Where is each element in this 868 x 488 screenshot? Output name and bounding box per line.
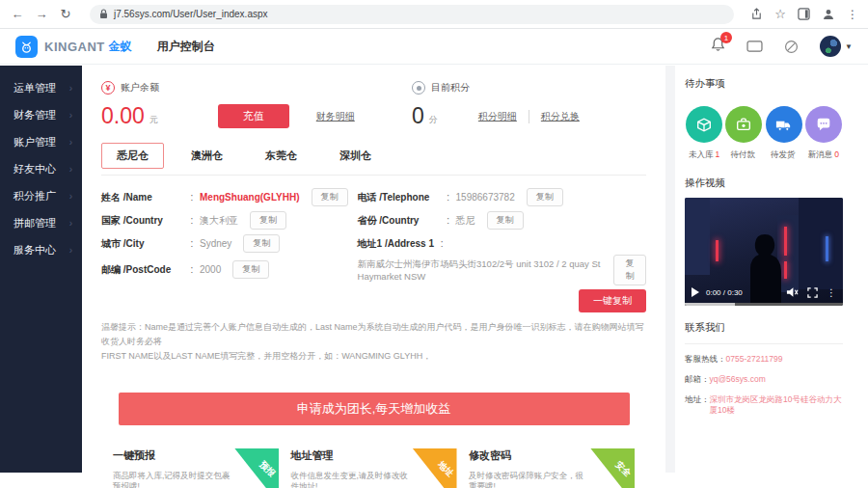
content-area: 运单管理› 财务管理› 账户管理› 好友中心› 积分推广› 拼邮管理› 服务中心… — [0, 66, 868, 473]
field-telephone: 电话 /Telephone : 15986673782 复制 — [358, 188, 646, 206]
bookmark-star-icon[interactable]: ☆ — [774, 7, 786, 21]
balance-label: 账户余额 — [121, 81, 159, 95]
truck-icon — [774, 116, 793, 134]
todo-pending-payment[interactable]: 待付款 — [724, 106, 763, 161]
feature-address: 地址管理 收件信息发生变更,请及时修改收件地址! 地址管理>> 地址 — [291, 448, 457, 488]
monitor-icon[interactable] — [746, 40, 763, 53]
contact-address: 地址：深圳市龙岗区龙岗路10号硅谷动力大厦10楼 — [685, 394, 843, 416]
field-address1: 地址1 /Address 1 : 新南威尔士州海伊市场码头街3102/2号 un… — [358, 234, 646, 285]
tab-sydney-warehouse[interactable]: 悉尼仓 — [101, 143, 164, 169]
sidebar-item-friends[interactable]: 好友中心› — [0, 156, 82, 182]
todo-count: 0 — [834, 149, 839, 159]
points-label: 目前积分 — [431, 81, 470, 95]
page-title: 用户控制台 — [157, 39, 215, 55]
chevron-right-icon: › — [69, 110, 72, 121]
tab-shenzhen-warehouse[interactable]: 深圳仓 — [324, 143, 387, 169]
forecast-ribbon: 预报 — [234, 448, 279, 488]
feature-password: 修改密码 及时修改密码保障账户安全，很重要哦! 修改密码>> 安全 — [469, 448, 635, 488]
avatar-image — [820, 36, 841, 57]
chevron-right-icon: › — [69, 137, 72, 148]
field-province: 省份 /Country : 悉尼 复制 — [358, 211, 646, 230]
notification-bell-icon[interactable]: 1 — [711, 37, 725, 56]
todo-title: 待办事项 — [685, 77, 843, 91]
warehouse-tabs: 悉尼仓 澳洲仓 东莞仓 深圳仓 — [101, 143, 646, 176]
telephone-value: 15986673782 — [456, 192, 515, 203]
user-avatar[interactable]: ▼ — [820, 36, 853, 57]
contact-email: 邮箱：yq@56sys.com — [685, 374, 843, 385]
sidebar-nav: 运单管理› 财务管理› 账户管理› 好友中心› 积分推广› 拼邮管理› 服务中心… — [0, 66, 82, 473]
finance-detail-link[interactable]: 财务明细 — [316, 110, 355, 123]
copy-button[interactable]: 复制 — [312, 188, 348, 206]
apply-leader-banner-button[interactable]: 申请成为团长,每天增加收益 — [119, 393, 630, 425]
points-exchange-link[interactable]: 积分兑换 — [529, 110, 580, 123]
brand-name-cn: 金蚁 — [109, 39, 132, 55]
balance-value: 0.00 — [101, 103, 145, 129]
points-value: 0 — [412, 103, 424, 129]
copy-button[interactable]: 复制 — [232, 260, 269, 279]
fullscreen-icon[interactable] — [807, 287, 818, 298]
forward-icon[interactable]: → — [34, 7, 49, 21]
field-city: 城市 /City : Sydney 复制 — [101, 234, 358, 253]
copy-button[interactable]: 复制 — [250, 211, 286, 230]
chevron-right-icon: › — [69, 191, 72, 202]
recharge-button[interactable]: 充值 — [218, 104, 289, 128]
url-text: j7.56sys.com/User/User_index.aspx — [114, 9, 268, 19]
points-icon — [412, 81, 425, 95]
share-icon[interactable] — [750, 8, 763, 20]
notification-badge: 1 — [720, 32, 732, 43]
address-bar[interactable]: j7.56sys.com/User/User_index.aspx — [90, 5, 734, 24]
tab-dongguan-warehouse[interactable]: 东莞仓 — [250, 143, 312, 169]
briefcase-icon — [735, 116, 752, 133]
sidebar-item-service[interactable]: 服务中心› — [0, 237, 82, 263]
video-scene — [685, 198, 710, 275]
chevron-right-icon: › — [69, 164, 72, 175]
video-progress-bar[interactable] — [685, 303, 843, 306]
points-detail-link[interactable]: 积分明细 — [478, 110, 517, 123]
tab-australia-warehouse[interactable]: 澳洲仓 — [176, 143, 238, 169]
reload-icon[interactable]: ↻ — [58, 7, 73, 21]
menu-dots-icon[interactable]: ⋮ — [847, 8, 858, 21]
feature-forecast: 一键预报 商品即将入库,记得及时提交包裹预报哦! 包裹预报>> 预报 — [113, 448, 279, 488]
postcode-value: 2000 — [200, 264, 221, 275]
todo-not-in-warehouse[interactable]: 未入库1 — [685, 106, 723, 161]
yen-icon: ¥ — [101, 81, 115, 95]
mute-icon[interactable] — [786, 286, 799, 298]
video-time: 0:00 / 0:30 — [706, 288, 743, 297]
right-panel: 待办事项 未入库1 待付款 待发货 — [675, 66, 853, 473]
sidebar-item-consolidation[interactable]: 拼邮管理› — [0, 210, 82, 236]
video-player[interactable]: 0:00 / 0:30 ⋮ — [685, 198, 843, 306]
page-edge — [853, 66, 868, 473]
todo-pending-shipment[interactable]: 待发货 — [765, 106, 803, 161]
chevron-right-icon: › — [69, 245, 72, 256]
box-icon — [695, 116, 713, 133]
back-icon[interactable]: ← — [10, 7, 25, 21]
globe-icon[interactable] — [784, 40, 799, 54]
feature-shortcuts: 一键预报 商品即将入库,记得及时提交包裹预报哦! 包裹预报>> 预报 地址管理 … — [101, 448, 646, 488]
brand-name: KINGANT — [44, 40, 105, 54]
profile-icon[interactable] — [822, 8, 835, 21]
copy-button[interactable]: 复制 — [243, 234, 280, 253]
name-value: MengShuang(GLYHH) — [200, 192, 300, 203]
sidebar-item-points[interactable]: 积分推广› — [0, 183, 82, 209]
copy-all-button[interactable]: 一键复制 — [579, 289, 646, 312]
address-ribbon: 地址 — [413, 448, 457, 488]
chat-bubble-icon — [815, 116, 832, 133]
app-header: KINGANT 金蚁 用户控制台 1 ▼ — [0, 29, 868, 65]
video-menu-icon[interactable]: ⋮ — [827, 287, 836, 298]
contact-hotline: 客服热线：0755-27211799 — [685, 354, 843, 365]
play-button[interactable] — [692, 287, 699, 297]
sidebar-item-account[interactable]: 账户管理› — [0, 129, 82, 155]
field-name: 姓名 /Name : MengShuang(GLYHH) 复制 — [101, 188, 358, 206]
copy-button[interactable]: 复制 — [613, 255, 646, 285]
sidebar-item-waybill[interactable]: 运单管理› — [0, 75, 82, 101]
country-value: 澳大利亚 — [200, 214, 238, 228]
copy-button[interactable]: 复制 — [487, 211, 524, 230]
side-panel-icon[interactable] — [798, 8, 810, 20]
todo-new-messages[interactable]: 新消息0 — [804, 106, 843, 161]
contact-title: 联系我们 — [685, 321, 843, 344]
lock-icon — [99, 9, 108, 19]
city-value: Sydney — [200, 238, 231, 249]
brand-logo-icon — [15, 36, 38, 58]
sidebar-item-finance[interactable]: 财务管理› — [0, 102, 82, 128]
copy-button[interactable]: 复制 — [527, 188, 563, 206]
